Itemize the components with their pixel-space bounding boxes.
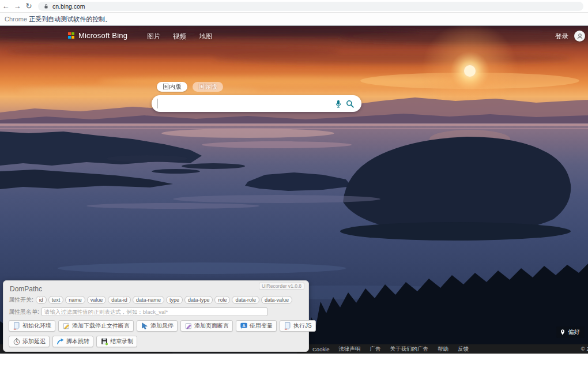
- automation-infobar: Chrome 正受到自动测试软件的控制。: [0, 13, 588, 26]
- lock-icon: [43, 3, 50, 10]
- nav-videos[interactable]: 视频: [173, 32, 186, 41]
- blacklist-label: 属性黑名单:: [9, 308, 39, 316]
- url-bar[interactable]: cn.bing.com: [38, 2, 583, 11]
- pencil-note2-icon: [184, 322, 193, 330]
- scroll-icon: [13, 322, 21, 330]
- panel-buttons-row1: 初始化环境 添加下载停止文件断言 添加悬停 添加页面断言 A 使用变量 执行JS: [9, 320, 303, 332]
- browser-toolbar: ← → ↻ cn.bing.com: [0, 0, 588, 13]
- recorder-version: UIRecorder v1.0.8: [259, 283, 304, 290]
- text-caret: [157, 99, 157, 108]
- bing-logo[interactable]: Microsoft Bing: [68, 31, 127, 40]
- footer-link-help[interactable]: 帮助: [438, 346, 448, 353]
- microsoft-logo-icon: [68, 32, 74, 39]
- attr-toggle-type[interactable]: type: [166, 296, 183, 304]
- recorder-panel: UIRecorder v1.0.8 DomPathc 属性开关: id text…: [3, 280, 309, 352]
- search-icon[interactable]: [344, 98, 356, 110]
- blacklist-row: 属性黑名单:: [9, 307, 303, 316]
- signin-link[interactable]: 登录: [555, 32, 568, 41]
- attr-switch-row: 属性开关: id text name value data-id data-na…: [9, 296, 303, 304]
- run-js-button[interactable]: 执行JS: [280, 320, 316, 332]
- end-record-button[interactable]: 结束录制: [96, 336, 137, 347]
- attr-toggle-role[interactable]: role: [214, 296, 230, 304]
- attr-toggle-value[interactable]: value: [87, 296, 107, 304]
- nav-maps[interactable]: 地图: [199, 32, 212, 41]
- bing-header: Microsoft Bing 图片 视频 地图 登录: [0, 31, 588, 44]
- attr-toggle-data-role[interactable]: data-role: [232, 296, 259, 304]
- footer-links: Cookie 法律声明 广告 关于我们的广告 帮助 反馈: [312, 344, 469, 354]
- tab-domestic[interactable]: 国内版: [157, 82, 187, 92]
- attr-switch-label: 属性开关:: [9, 296, 33, 304]
- copyright-text: © 20: [581, 344, 588, 354]
- init-env-button[interactable]: 初始化环境: [9, 320, 55, 332]
- person-icon: [576, 32, 584, 40]
- attr-toggle-data-type[interactable]: data-type: [184, 296, 213, 304]
- footer-link-ads[interactable]: 广告: [370, 346, 381, 353]
- attr-toggle-id[interactable]: id: [36, 296, 47, 304]
- infobar-prefix: Chrome: [5, 16, 27, 22]
- url-text: cn.bing.com: [52, 3, 85, 10]
- attr-toggle-data-value[interactable]: data-value: [261, 296, 292, 304]
- add-hover-button[interactable]: 添加悬停: [137, 320, 178, 332]
- location-pill-label: 偏好: [568, 328, 580, 336]
- add-download-stop-assert-button[interactable]: 添加下载停止文件断言: [58, 320, 134, 332]
- edition-tabs: 国内版 国际版: [157, 82, 223, 92]
- jump-arrow-icon: [56, 337, 65, 346]
- search-box: [152, 95, 361, 112]
- forward-icon[interactable]: →: [12, 0, 23, 13]
- add-page-assert-button[interactable]: 添加页面断言: [180, 320, 233, 332]
- top-nav: 图片 视频 地图: [147, 32, 212, 41]
- avatar[interactable]: [574, 31, 585, 42]
- location-pin-icon: [559, 329, 566, 336]
- bing-page: Microsoft Bing 图片 视频 地图 登录 国内版 国际版: [0, 26, 588, 354]
- attr-toggle-name[interactable]: name: [65, 296, 85, 304]
- infobar-message: 正受到自动测试软件的控制。: [29, 16, 111, 22]
- back-icon[interactable]: ←: [0, 0, 12, 13]
- attr-toggle-data-id[interactable]: data-id: [108, 296, 131, 304]
- nav-images[interactable]: 图片: [147, 32, 160, 41]
- cursor-icon: [141, 322, 149, 330]
- refresh-icon[interactable]: ↻: [23, 0, 35, 13]
- footer-link-legal[interactable]: 法律声明: [339, 346, 361, 353]
- pencil-note-icon: [62, 322, 70, 330]
- script-jump-button[interactable]: 脚本跳转: [52, 336, 93, 347]
- use-variable-button[interactable]: A 使用变量: [236, 320, 277, 332]
- blacklist-input[interactable]: [42, 307, 267, 316]
- mic-icon[interactable]: [333, 98, 344, 110]
- panel-buttons-row2: 添加延迟 脚本跳转 结束录制: [9, 336, 303, 347]
- tab-international[interactable]: 国际版: [193, 82, 223, 92]
- add-delay-button[interactable]: 添加延迟: [9, 336, 50, 347]
- save-floppy-icon: [100, 337, 108, 346]
- bing-logo-text: Microsoft Bing: [78, 31, 127, 40]
- js-scroll-icon: [284, 322, 292, 330]
- svg-text:A: A: [242, 324, 245, 328]
- location-pill[interactable]: 偏好: [556, 326, 585, 338]
- attr-toggle-data-name[interactable]: data-name: [133, 296, 164, 304]
- footer-link-cookie[interactable]: Cookie: [312, 346, 330, 352]
- stopwatch-icon: [13, 337, 21, 346]
- attr-toggle-text[interactable]: text: [48, 296, 64, 304]
- search-input[interactable]: [157, 98, 333, 110]
- variable-icon: A: [240, 322, 248, 330]
- footer-link-about-ads[interactable]: 关于我们的广告: [390, 346, 429, 353]
- footer-link-feedback[interactable]: 反馈: [458, 346, 469, 353]
